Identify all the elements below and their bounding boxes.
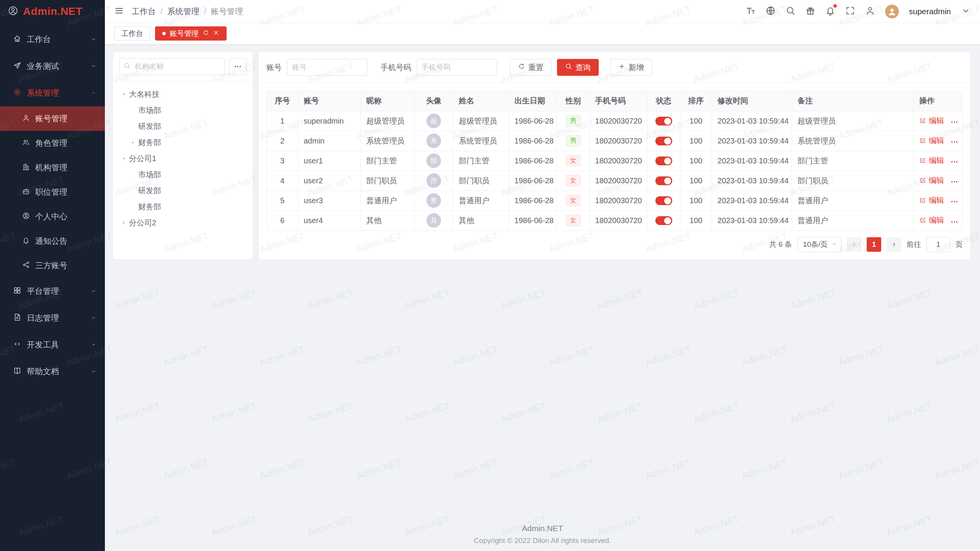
col-modified: 修改时间: [712, 91, 792, 111]
tree-node[interactable]: 研发部: [116, 183, 250, 199]
cell-nickname: 系统管理员: [361, 131, 414, 151]
bell-icon[interactable]: [825, 6, 835, 17]
fullscreen-icon[interactable]: [845, 6, 855, 17]
tree-node[interactable]: 分公司1: [116, 150, 250, 166]
row-more-button[interactable]: [950, 138, 959, 146]
edit-button[interactable]: 编辑: [919, 155, 944, 166]
goto-page-input[interactable]: [926, 237, 950, 252]
globe-icon[interactable]: [766, 6, 776, 17]
phone-filter-input[interactable]: [416, 59, 497, 76]
cell-account: user3: [298, 191, 361, 210]
total-count: 共 6 条: [769, 240, 792, 249]
breadcrumb-item[interactable]: 工作台: [132, 6, 156, 17]
tab-account-manage[interactable]: 账号管理: [155, 26, 227, 41]
send-icon: [13, 61, 21, 72]
status-toggle[interactable]: [655, 196, 672, 205]
cell-birthdate: 1986-06-28: [509, 111, 557, 131]
cell-index: 3: [267, 151, 298, 171]
main-area: 工作台/系统管理/账号管理 superadmin 工作台 账号管理: [105, 0, 980, 551]
tree-node[interactable]: 大名科技: [116, 86, 250, 102]
status-toggle[interactable]: [655, 216, 672, 225]
username[interactable]: superadmin: [909, 7, 951, 16]
row-more-button[interactable]: [950, 118, 959, 126]
edit-button[interactable]: 编辑: [919, 116, 944, 126]
page-number-1[interactable]: 1: [867, 237, 881, 252]
logo-text: Admin.NET: [23, 5, 82, 18]
org-search-input[interactable]: [134, 62, 221, 71]
font-size-icon[interactable]: [746, 6, 756, 17]
tree-node[interactable]: 财务部: [116, 134, 250, 150]
sidebar-item-system[interactable]: 系统管理: [0, 80, 105, 106]
row-more-button[interactable]: [950, 158, 959, 166]
reset-label: 重置: [528, 62, 544, 73]
edit-button[interactable]: 编辑: [919, 175, 944, 186]
gift-icon[interactable]: [805, 6, 815, 17]
person-icon[interactable]: [865, 6, 875, 17]
edit-button[interactable]: 编辑: [919, 135, 944, 146]
sidebar-item-org[interactable]: 机构管理: [0, 155, 105, 180]
reset-button[interactable]: 重置: [510, 59, 552, 76]
sidebar-item-role[interactable]: 角色管理: [0, 131, 105, 155]
sidebar-item-position[interactable]: 职位管理: [0, 180, 105, 204]
sidebar-item-workbench[interactable]: 工作台: [0, 26, 105, 53]
cell-account: superadmin: [298, 111, 361, 131]
topbar-icons: [746, 6, 875, 17]
cell-status: [647, 210, 680, 230]
logo[interactable]: Admin.NET: [0, 0, 105, 23]
row-more-button[interactable]: [950, 197, 959, 206]
sidebar-item-business-test[interactable]: 业务测试: [0, 53, 105, 80]
avatar: 超: [426, 114, 441, 128]
status-toggle[interactable]: [655, 137, 672, 145]
tree-more-button[interactable]: [229, 58, 247, 75]
row-more-button[interactable]: [950, 218, 959, 226]
sidebar-item-help[interactable]: 帮助文档: [0, 358, 105, 385]
sidebar-item-account[interactable]: 账号管理: [0, 106, 105, 131]
sidebar-item-devtools[interactable]: 开发工具: [0, 331, 105, 358]
bell-icon: [22, 236, 30, 246]
search-button[interactable]: 查询: [557, 59, 599, 76]
breadcrumb-item[interactable]: 系统管理: [167, 6, 199, 17]
account-filter-input[interactable]: [287, 59, 368, 76]
cell-avatar: 其: [414, 210, 453, 230]
edit-button[interactable]: 编辑: [919, 195, 944, 205]
tree-node[interactable]: 财务部: [116, 199, 250, 215]
sidebar-item-logs[interactable]: 日志管理: [0, 305, 105, 331]
tab-workbench[interactable]: 工作台: [114, 26, 150, 41]
tree-node[interactable]: 研发部: [116, 118, 250, 134]
sidebar-item-third-account[interactable]: 三方账号: [0, 253, 105, 278]
sidebar-item-label: 日志管理: [27, 313, 59, 323]
avatar[interactable]: [885, 5, 899, 18]
cell-nickname: 其他: [361, 210, 414, 230]
page-size-select[interactable]: 10条/页: [797, 237, 841, 252]
menu-collapse-icon[interactable]: [114, 6, 124, 17]
share-icon: [22, 261, 30, 271]
next-page-button[interactable]: [887, 237, 901, 252]
cell-index: 6: [267, 210, 298, 230]
search-icon[interactable]: [786, 6, 795, 17]
add-button[interactable]: 新增: [610, 59, 652, 76]
chevron-down-icon[interactable]: [961, 6, 971, 17]
cell-modified: 2023-01-03 10:59:44: [712, 171, 792, 191]
sidebar-item-label: 工作台: [27, 34, 51, 45]
org-tree-header: [113, 52, 253, 82]
tree-node[interactable]: 市场部: [116, 166, 250, 183]
status-toggle[interactable]: [655, 117, 672, 126]
avatar: 部: [426, 173, 441, 188]
sidebar-item-profile[interactable]: 个人中心: [0, 204, 105, 229]
sidebar-item-platform[interactable]: 平台管理: [0, 278, 105, 305]
refresh-icon[interactable]: [203, 29, 209, 38]
sidebar-item-notice[interactable]: 通知公告: [0, 229, 105, 253]
status-toggle[interactable]: [655, 176, 672, 185]
row-more-button[interactable]: [950, 178, 959, 186]
edit-button[interactable]: 编辑: [919, 215, 944, 225]
avatar: 其: [426, 213, 441, 228]
status-toggle[interactable]: [655, 156, 672, 165]
close-icon[interactable]: [213, 29, 219, 38]
prev-page-button[interactable]: [847, 237, 861, 252]
cell-name: 其他: [453, 210, 509, 230]
table-row: 4user2部门职员部部门职员1986-06-28女18020030720100…: [267, 171, 962, 191]
org-search: [119, 58, 225, 75]
tree-node-label: 研发部: [138, 186, 161, 196]
tree-node[interactable]: 市场部: [116, 102, 250, 118]
tree-node[interactable]: 分公司2: [116, 215, 250, 231]
